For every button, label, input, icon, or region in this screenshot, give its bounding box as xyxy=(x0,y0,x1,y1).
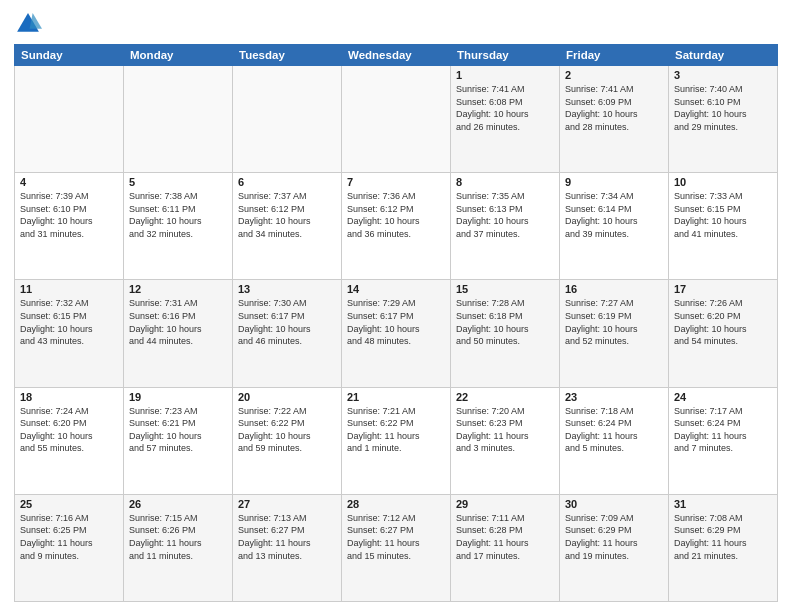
calendar-header-friday: Friday xyxy=(560,45,669,66)
day-number: 13 xyxy=(238,283,336,295)
day-info: Sunrise: 7:41 AM Sunset: 6:08 PM Dayligh… xyxy=(456,83,554,133)
day-info: Sunrise: 7:36 AM Sunset: 6:12 PM Dayligh… xyxy=(347,190,445,240)
day-number: 29 xyxy=(456,498,554,510)
day-info: Sunrise: 7:12 AM Sunset: 6:27 PM Dayligh… xyxy=(347,512,445,562)
calendar-cell: 3Sunrise: 7:40 AM Sunset: 6:10 PM Daylig… xyxy=(669,66,778,173)
calendar-cell: 28Sunrise: 7:12 AM Sunset: 6:27 PM Dayli… xyxy=(342,494,451,601)
svg-marker-1 xyxy=(30,13,42,29)
calendar-cell: 16Sunrise: 7:27 AM Sunset: 6:19 PM Dayli… xyxy=(560,280,669,387)
day-info: Sunrise: 7:28 AM Sunset: 6:18 PM Dayligh… xyxy=(456,297,554,347)
calendar-cell xyxy=(342,66,451,173)
day-info: Sunrise: 7:22 AM Sunset: 6:22 PM Dayligh… xyxy=(238,405,336,455)
calendar-week-row: 1Sunrise: 7:41 AM Sunset: 6:08 PM Daylig… xyxy=(15,66,778,173)
logo xyxy=(14,10,46,38)
calendar-cell: 31Sunrise: 7:08 AM Sunset: 6:29 PM Dayli… xyxy=(669,494,778,601)
day-number: 31 xyxy=(674,498,772,510)
calendar-header-tuesday: Tuesday xyxy=(233,45,342,66)
calendar-week-row: 18Sunrise: 7:24 AM Sunset: 6:20 PM Dayli… xyxy=(15,387,778,494)
calendar-cell: 9Sunrise: 7:34 AM Sunset: 6:14 PM Daylig… xyxy=(560,173,669,280)
day-number: 22 xyxy=(456,391,554,403)
calendar-cell xyxy=(233,66,342,173)
day-info: Sunrise: 7:39 AM Sunset: 6:10 PM Dayligh… xyxy=(20,190,118,240)
day-number: 24 xyxy=(674,391,772,403)
day-info: Sunrise: 7:41 AM Sunset: 6:09 PM Dayligh… xyxy=(565,83,663,133)
calendar-cell xyxy=(15,66,124,173)
day-number: 16 xyxy=(565,283,663,295)
calendar-cell: 8Sunrise: 7:35 AM Sunset: 6:13 PM Daylig… xyxy=(451,173,560,280)
calendar-cell: 19Sunrise: 7:23 AM Sunset: 6:21 PM Dayli… xyxy=(124,387,233,494)
day-number: 21 xyxy=(347,391,445,403)
day-info: Sunrise: 7:34 AM Sunset: 6:14 PM Dayligh… xyxy=(565,190,663,240)
calendar-table: SundayMondayTuesdayWednesdayThursdayFrid… xyxy=(14,44,778,602)
calendar-cell: 10Sunrise: 7:33 AM Sunset: 6:15 PM Dayli… xyxy=(669,173,778,280)
day-info: Sunrise: 7:09 AM Sunset: 6:29 PM Dayligh… xyxy=(565,512,663,562)
calendar-header-monday: Monday xyxy=(124,45,233,66)
day-info: Sunrise: 7:26 AM Sunset: 6:20 PM Dayligh… xyxy=(674,297,772,347)
day-number: 10 xyxy=(674,176,772,188)
day-number: 30 xyxy=(565,498,663,510)
calendar-cell: 23Sunrise: 7:18 AM Sunset: 6:24 PM Dayli… xyxy=(560,387,669,494)
day-number: 26 xyxy=(129,498,227,510)
calendar-cell xyxy=(124,66,233,173)
calendar-cell: 22Sunrise: 7:20 AM Sunset: 6:23 PM Dayli… xyxy=(451,387,560,494)
day-info: Sunrise: 7:13 AM Sunset: 6:27 PM Dayligh… xyxy=(238,512,336,562)
calendar-cell: 2Sunrise: 7:41 AM Sunset: 6:09 PM Daylig… xyxy=(560,66,669,173)
calendar-cell: 30Sunrise: 7:09 AM Sunset: 6:29 PM Dayli… xyxy=(560,494,669,601)
day-info: Sunrise: 7:20 AM Sunset: 6:23 PM Dayligh… xyxy=(456,405,554,455)
calendar-week-row: 11Sunrise: 7:32 AM Sunset: 6:15 PM Dayli… xyxy=(15,280,778,387)
day-info: Sunrise: 7:15 AM Sunset: 6:26 PM Dayligh… xyxy=(129,512,227,562)
day-number: 9 xyxy=(565,176,663,188)
day-info: Sunrise: 7:37 AM Sunset: 6:12 PM Dayligh… xyxy=(238,190,336,240)
calendar-header-wednesday: Wednesday xyxy=(342,45,451,66)
day-info: Sunrise: 7:38 AM Sunset: 6:11 PM Dayligh… xyxy=(129,190,227,240)
calendar-cell: 24Sunrise: 7:17 AM Sunset: 6:24 PM Dayli… xyxy=(669,387,778,494)
calendar-header-sunday: Sunday xyxy=(15,45,124,66)
header xyxy=(14,10,778,38)
calendar-cell: 12Sunrise: 7:31 AM Sunset: 6:16 PM Dayli… xyxy=(124,280,233,387)
day-info: Sunrise: 7:08 AM Sunset: 6:29 PM Dayligh… xyxy=(674,512,772,562)
calendar-cell: 20Sunrise: 7:22 AM Sunset: 6:22 PM Dayli… xyxy=(233,387,342,494)
calendar-cell: 29Sunrise: 7:11 AM Sunset: 6:28 PM Dayli… xyxy=(451,494,560,601)
calendar-cell: 7Sunrise: 7:36 AM Sunset: 6:12 PM Daylig… xyxy=(342,173,451,280)
calendar-cell: 18Sunrise: 7:24 AM Sunset: 6:20 PM Dayli… xyxy=(15,387,124,494)
calendar-cell: 17Sunrise: 7:26 AM Sunset: 6:20 PM Dayli… xyxy=(669,280,778,387)
day-info: Sunrise: 7:16 AM Sunset: 6:25 PM Dayligh… xyxy=(20,512,118,562)
calendar-week-row: 25Sunrise: 7:16 AM Sunset: 6:25 PM Dayli… xyxy=(15,494,778,601)
calendar-cell: 26Sunrise: 7:15 AM Sunset: 6:26 PM Dayli… xyxy=(124,494,233,601)
day-info: Sunrise: 7:17 AM Sunset: 6:24 PM Dayligh… xyxy=(674,405,772,455)
day-number: 2 xyxy=(565,69,663,81)
day-number: 5 xyxy=(129,176,227,188)
page: SundayMondayTuesdayWednesdayThursdayFrid… xyxy=(0,0,792,612)
day-info: Sunrise: 7:30 AM Sunset: 6:17 PM Dayligh… xyxy=(238,297,336,347)
day-number: 15 xyxy=(456,283,554,295)
day-info: Sunrise: 7:29 AM Sunset: 6:17 PM Dayligh… xyxy=(347,297,445,347)
day-info: Sunrise: 7:32 AM Sunset: 6:15 PM Dayligh… xyxy=(20,297,118,347)
day-info: Sunrise: 7:11 AM Sunset: 6:28 PM Dayligh… xyxy=(456,512,554,562)
calendar-cell: 27Sunrise: 7:13 AM Sunset: 6:27 PM Dayli… xyxy=(233,494,342,601)
day-number: 6 xyxy=(238,176,336,188)
day-info: Sunrise: 7:35 AM Sunset: 6:13 PM Dayligh… xyxy=(456,190,554,240)
day-number: 7 xyxy=(347,176,445,188)
calendar-cell: 14Sunrise: 7:29 AM Sunset: 6:17 PM Dayli… xyxy=(342,280,451,387)
day-info: Sunrise: 7:24 AM Sunset: 6:20 PM Dayligh… xyxy=(20,405,118,455)
calendar-cell: 5Sunrise: 7:38 AM Sunset: 6:11 PM Daylig… xyxy=(124,173,233,280)
day-number: 1 xyxy=(456,69,554,81)
calendar-cell: 4Sunrise: 7:39 AM Sunset: 6:10 PM Daylig… xyxy=(15,173,124,280)
day-number: 19 xyxy=(129,391,227,403)
calendar-cell: 13Sunrise: 7:30 AM Sunset: 6:17 PM Dayli… xyxy=(233,280,342,387)
day-number: 8 xyxy=(456,176,554,188)
calendar-header-thursday: Thursday xyxy=(451,45,560,66)
calendar-header-saturday: Saturday xyxy=(669,45,778,66)
calendar-week-row: 4Sunrise: 7:39 AM Sunset: 6:10 PM Daylig… xyxy=(15,173,778,280)
day-number: 20 xyxy=(238,391,336,403)
calendar-cell: 1Sunrise: 7:41 AM Sunset: 6:08 PM Daylig… xyxy=(451,66,560,173)
day-number: 27 xyxy=(238,498,336,510)
calendar-cell: 21Sunrise: 7:21 AM Sunset: 6:22 PM Dayli… xyxy=(342,387,451,494)
day-info: Sunrise: 7:40 AM Sunset: 6:10 PM Dayligh… xyxy=(674,83,772,133)
day-number: 25 xyxy=(20,498,118,510)
calendar-cell: 25Sunrise: 7:16 AM Sunset: 6:25 PM Dayli… xyxy=(15,494,124,601)
day-number: 23 xyxy=(565,391,663,403)
day-info: Sunrise: 7:27 AM Sunset: 6:19 PM Dayligh… xyxy=(565,297,663,347)
day-number: 4 xyxy=(20,176,118,188)
calendar-cell: 11Sunrise: 7:32 AM Sunset: 6:15 PM Dayli… xyxy=(15,280,124,387)
